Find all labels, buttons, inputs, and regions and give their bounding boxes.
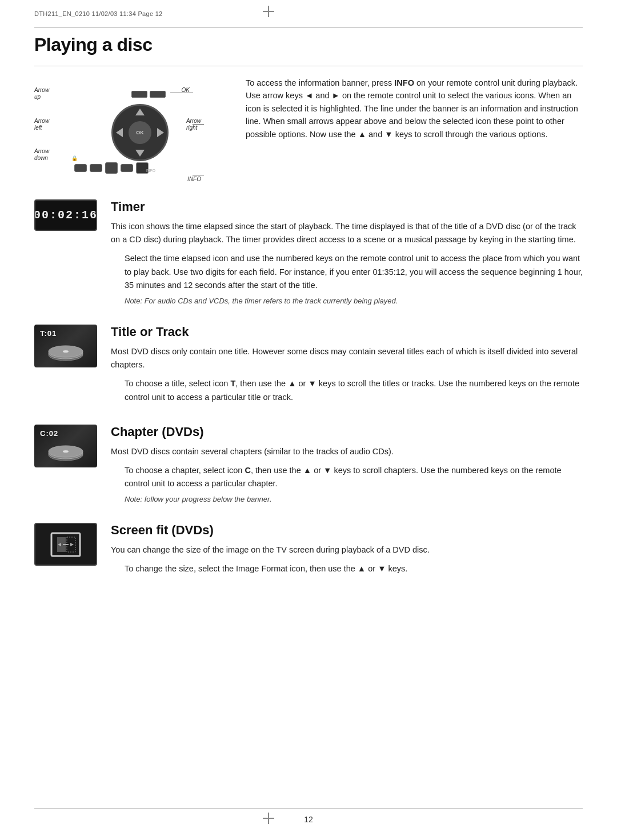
section-timer: 00:02:16 Timer This icon shows the time … — [34, 199, 583, 309]
dpad-up-arrow — [135, 109, 145, 115]
label-arrow-up: Arrow up — [34, 87, 49, 101]
chapter-body: Most DVD discs contain several chapters … — [111, 445, 583, 458]
title-track-content: Title or Track Most DVD discs only conta… — [111, 325, 583, 409]
title-track-heading: Title or Track — [111, 325, 583, 339]
crosshair-bottom — [263, 813, 274, 824]
icon-title-track: T:01 — [34, 325, 97, 367]
remote-btn-4 — [121, 164, 133, 172]
info-bold: INFO — [394, 78, 414, 87]
remote-btn-1 — [74, 164, 87, 172]
label-arrow-down: Arrow down — [34, 148, 49, 162]
label-info: INFO — [187, 176, 201, 182]
timer-body: This icon shows the time elapsed since t… — [111, 220, 583, 246]
ok-button: OK — [129, 121, 151, 144]
title-track-body: Most DVD discs only contain one title. H… — [111, 345, 583, 371]
section-title-track: T:01 Title or Track Most DVD discs only … — [34, 325, 583, 409]
icon-screen-fit — [34, 523, 97, 566]
icon-chapter: C:02 — [34, 425, 97, 467]
crosshair-top — [263, 6, 274, 17]
timer-note: Note: For audio CDs and VCDs, the timer … — [125, 297, 583, 305]
remote-info-label: INFO — [146, 169, 155, 173]
dpad-right-arrow — [157, 128, 164, 137]
timer-indent: Select the time elapsed icon and use the… — [125, 252, 583, 292]
remote-side-icons: 🔒 — [71, 155, 78, 161]
chapter-indent: To choose a chapter, select icon C, then… — [125, 464, 583, 490]
section-chapter: C:02 Chapter (DVDs) Most DVD discs conta… — [34, 425, 583, 507]
bottom-border — [34, 808, 583, 809]
remote-diagram: Arrow up OK Arrow left Arrow right Arrow… — [34, 77, 229, 182]
chapter-note: Note: follow your progress below the ban… — [125, 495, 583, 503]
disc-svg-2 — [46, 438, 86, 466]
top-description: To access the information banner, press … — [246, 77, 583, 182]
chapter-content: Chapter (DVDs) Most DVD discs contain se… — [111, 425, 583, 507]
line-ok — [170, 93, 193, 93]
remote-btn-ear — [131, 91, 147, 98]
line-info — [193, 175, 204, 175]
label-arrow-right: Arrow right — [186, 118, 201, 131]
top-section: Arrow up OK Arrow left Arrow right Arrow… — [34, 77, 583, 182]
disc-svg-1 — [46, 338, 86, 366]
section-screen-fit: Screen fit (DVDs) You can change the siz… — [34, 523, 583, 580]
dpad-left-arrow — [116, 128, 123, 137]
page-title: Playing a disc — [34, 34, 583, 55]
remote-btn-menu — [150, 91, 166, 98]
dpad-down-arrow — [135, 150, 145, 157]
svg-point-4 — [63, 350, 69, 353]
arrow-right-sym: ► — [332, 91, 340, 100]
label-arrow-left: Arrow left — [34, 118, 49, 131]
screen-fit-indent: To change the size, select the Image For… — [125, 562, 583, 575]
svg-point-9 — [63, 450, 69, 453]
line-arrow-right — [193, 124, 204, 125]
screen-fit-body: You can change the size of the image on … — [111, 543, 583, 557]
screen-fit-svg — [49, 530, 83, 559]
page-meta-header: DTH211_EN_0210 11/02/03 11:34 Page 12 — [34, 10, 163, 17]
disc-label-c02: C:02 — [40, 429, 58, 438]
screen-fit-content: Screen fit (DVDs) You can change the siz… — [111, 523, 583, 580]
top-border — [34, 27, 583, 28]
svg-marker-15 — [70, 543, 74, 546]
remote-dpad: OK — [111, 104, 169, 161]
title-underline — [34, 66, 583, 66]
timer-heading: Timer — [111, 199, 583, 214]
remote-btn-2 — [90, 164, 102, 172]
timer-content: Timer This icon shows the time elapsed s… — [111, 199, 583, 309]
screen-fit-heading: Screen fit (DVDs) — [111, 523, 583, 538]
remote-btn-3 — [105, 162, 118, 174]
arrow-left-sym: ◄ — [305, 91, 313, 100]
disc-label-t01: T:01 — [40, 329, 57, 338]
page-number: 12 — [304, 815, 313, 824]
title-track-indent: To choose a title, select icon T, then u… — [125, 377, 583, 403]
icon-timer: 00:02:16 — [34, 199, 97, 231]
remote-body: OK 🔒 — [69, 88, 171, 174]
chapter-heading: Chapter (DVDs) — [111, 425, 583, 439]
